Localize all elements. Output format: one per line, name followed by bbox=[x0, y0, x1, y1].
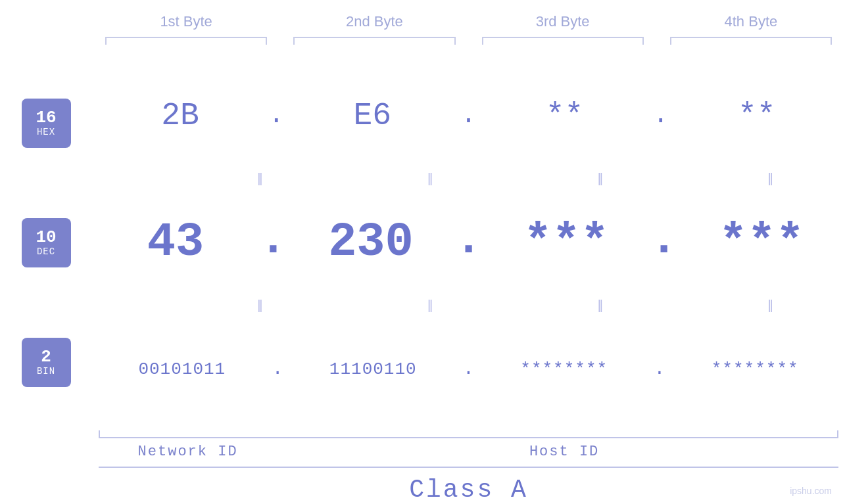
hex-b1-value: 2B bbox=[92, 98, 268, 133]
bottom-section: Network ID Host ID bbox=[0, 425, 845, 460]
byte1-header: 1st Byte bbox=[92, 13, 280, 30]
bin-dot-1: . bbox=[272, 360, 283, 378]
hex-badge: 16 HEX bbox=[22, 99, 71, 148]
bin-badge-number: 2 bbox=[41, 348, 51, 367]
bracket-3 bbox=[475, 37, 650, 50]
eq4: || bbox=[694, 171, 845, 187]
bracket-2 bbox=[287, 37, 462, 50]
eq3: || bbox=[525, 171, 675, 187]
bin-b1-value: 00101011 bbox=[92, 359, 272, 379]
byte4-header: 4th Byte bbox=[657, 13, 845, 30]
byte2-header: 2nd Byte bbox=[280, 13, 468, 30]
eq-row-1: || || || || bbox=[92, 168, 845, 190]
id-labels: Network ID Host ID bbox=[92, 444, 845, 460]
hex-b4-value: ** bbox=[669, 98, 845, 133]
hex-b2-value: E6 bbox=[284, 98, 460, 133]
bin-b1-cell: 00101011 bbox=[92, 359, 272, 379]
dec-b2-value: 230 bbox=[287, 216, 454, 269]
byte3-header: 3rd Byte bbox=[469, 13, 657, 30]
rows-wrapper: 2B . E6 . ** . ** || || bbox=[92, 63, 845, 422]
bracket-4 bbox=[664, 37, 838, 50]
bin-b3-cell: ******** bbox=[474, 359, 654, 379]
dec-b4-value: *** bbox=[678, 216, 845, 269]
host-id-label: Host ID bbox=[283, 444, 845, 460]
bin-dot-3: . bbox=[654, 360, 665, 378]
network-bracket bbox=[92, 425, 283, 438]
byte-headers: 1st Byte 2nd Byte 3rd Byte 4th Byte bbox=[0, 0, 845, 30]
bin-b3-value: ******** bbox=[474, 359, 654, 379]
dec-dot-2: . bbox=[454, 216, 483, 269]
bin-b2-cell: 11100110 bbox=[283, 359, 463, 379]
eq7: || bbox=[525, 298, 675, 314]
bin-row: 00101011 . 11100110 . ******** . *******… bbox=[92, 317, 845, 422]
dec-dot-3: . bbox=[650, 216, 678, 269]
dec-badge-number: 10 bbox=[36, 228, 56, 247]
eq-row-2: || || || || bbox=[92, 295, 845, 317]
watermark: ipshu.com bbox=[790, 486, 832, 496]
dec-b1-cell: 43 bbox=[92, 216, 259, 269]
dec-b4-cell: *** bbox=[678, 216, 845, 269]
bracket-1 bbox=[99, 37, 274, 50]
dec-b3-value: *** bbox=[483, 216, 650, 269]
dec-badge-label: DEC bbox=[37, 246, 55, 257]
main-container: 1st Byte 2nd Byte 3rd Byte 4th Byte 16 H… bbox=[0, 0, 845, 504]
bin-dot-2: . bbox=[463, 360, 474, 378]
bin-b4-value: ******** bbox=[665, 359, 845, 379]
dec-badge: 10 DEC bbox=[22, 218, 71, 267]
class-section: Class A bbox=[0, 467, 845, 504]
badges-column: 16 HEX 10 DEC 2 BIN bbox=[0, 63, 92, 422]
network-id-label: Network ID bbox=[92, 444, 283, 460]
class-label: Class A bbox=[409, 476, 528, 504]
bin-b4-cell: ******** bbox=[665, 359, 845, 379]
top-brackets bbox=[0, 37, 845, 50]
bin-badge: 2 BIN bbox=[22, 338, 71, 387]
hex-b4-cell: ** bbox=[669, 98, 845, 133]
dec-b1-value: 43 bbox=[92, 216, 259, 269]
host-bracket bbox=[283, 425, 845, 438]
bin-b2-value: 11100110 bbox=[283, 359, 463, 379]
eq5: || bbox=[184, 298, 335, 314]
hex-badge-number: 16 bbox=[36, 108, 56, 127]
hex-b3-value: ** bbox=[477, 98, 653, 133]
eq8: || bbox=[694, 298, 845, 314]
bottom-brackets bbox=[92, 425, 845, 438]
hex-badge-label: HEX bbox=[37, 127, 55, 137]
hex-row: 2B . E6 . ** . ** bbox=[92, 63, 845, 168]
eq6: || bbox=[354, 298, 505, 314]
eq2: || bbox=[354, 171, 505, 187]
hex-b2-cell: E6 bbox=[284, 98, 460, 133]
bin-badge-label: BIN bbox=[37, 366, 55, 377]
hex-dot-2: . bbox=[460, 103, 476, 129]
content-area: 16 HEX 10 DEC 2 BIN 2B . E6 bbox=[0, 63, 845, 422]
eq1: || bbox=[184, 171, 335, 187]
hex-b3-cell: ** bbox=[477, 98, 653, 133]
hex-dot-3: . bbox=[653, 103, 669, 129]
dec-dot-1: . bbox=[259, 216, 287, 269]
hex-b1-cell: 2B bbox=[92, 98, 268, 133]
class-label-row: Class A bbox=[92, 476, 845, 504]
dec-row: 43 . 230 . *** . *** bbox=[92, 190, 845, 295]
host-bracket-right-line bbox=[837, 430, 838, 438]
hex-dot-1: . bbox=[268, 103, 284, 129]
class-bracket-line bbox=[99, 467, 838, 468]
dec-b2-cell: 230 bbox=[287, 216, 454, 269]
dec-b3-cell: *** bbox=[483, 216, 650, 269]
